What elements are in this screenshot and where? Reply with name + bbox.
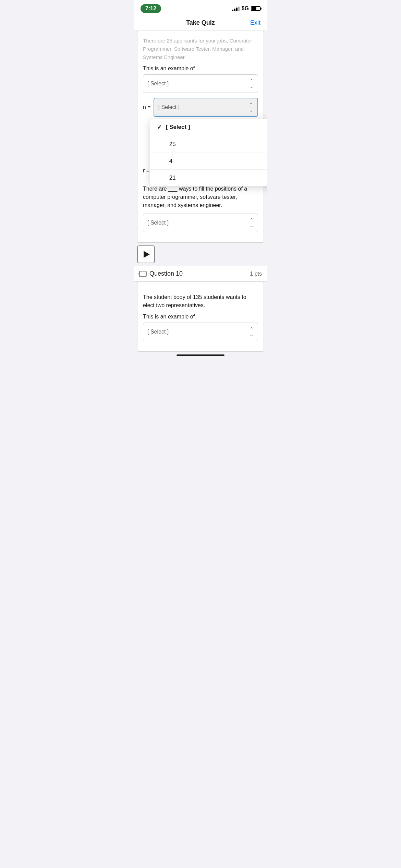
example-label: This is an example of <box>143 65 258 72</box>
exit-button[interactable]: Exit <box>250 19 260 26</box>
dropdown-item-select[interactable]: ✓ [ Select ] <box>150 119 267 136</box>
network-label: 5G <box>242 5 249 12</box>
q10-body: The student body of 135 students wants t… <box>143 293 258 310</box>
faded-text-line: There are 25 applicants for your jobs, C… <box>143 38 252 60</box>
status-time: 7:12 <box>141 4 161 13</box>
select4-wrapper: [ Select ] ⌃⌄ <box>143 214 258 232</box>
dropdown-item-4-label: 4 <box>169 158 172 165</box>
home-indicator <box>177 354 224 356</box>
select4-value: [ Select ] <box>147 220 169 226</box>
top-spacer <box>143 288 258 293</box>
battery-fill <box>252 7 256 10</box>
select2-box[interactable]: [ Select ] ⌃⌄ <box>154 98 258 117</box>
question-label-row: Question 10 <box>139 270 183 277</box>
play-icon <box>144 251 150 258</box>
question-9-faded-text: There are 25 applicants for your jobs, C… <box>143 37 258 61</box>
r-label: r = <box>143 168 149 174</box>
dropdown-item-21-label: 21 <box>169 174 176 181</box>
dropdown-item-25-label: 25 <box>169 141 176 148</box>
q10-select1-value: [ Select ] <box>147 329 169 335</box>
select4-box[interactable]: [ Select ] ⌃⌄ <box>143 214 258 232</box>
play-button[interactable] <box>137 245 155 263</box>
tag-icon <box>139 271 147 277</box>
select1-wrapper: [ Select ] ⌃⌄ <box>143 74 258 93</box>
select1-arrows: ⌃⌄ <box>250 78 254 89</box>
signal-dot-container <box>232 6 240 11</box>
question-9-card: There are 25 applicants for your jobs, C… <box>137 31 264 243</box>
nav-title: Take Quiz <box>186 19 215 26</box>
question-10-card: The student body of 135 students wants t… <box>137 282 264 352</box>
select4-arrows: ⌃⌄ <box>250 217 254 228</box>
question-10-header: Question 10 1 pts <box>134 266 267 282</box>
check-icon: ✓ <box>157 124 162 131</box>
body-text-4: There are ___ ways to fill the positions… <box>143 185 258 209</box>
n-label: n = <box>143 104 151 110</box>
select1-box[interactable]: [ Select ] ⌃⌄ <box>143 74 258 93</box>
battery-icon <box>251 6 260 11</box>
status-right: 5G <box>232 5 260 12</box>
q10-select1-box[interactable]: [ Select ] ⌃⌄ <box>143 323 258 341</box>
dropdown-item-21[interactable]: 21 <box>150 170 267 186</box>
q10-select1-wrapper: [ Select ] ⌃⌄ <box>143 323 258 341</box>
signal-bars <box>232 6 240 11</box>
dropdown-item-4[interactable]: 4 <box>150 153 267 170</box>
select1-value: [ Select ] <box>147 81 169 87</box>
dropdown-item-select-label: [ Select ] <box>166 124 190 131</box>
quiz-content: There are 25 applicants for your jobs, C… <box>134 31 267 361</box>
nav-bar: Take Quiz Exit <box>134 16 267 31</box>
q10-example-label: This is an example of <box>143 314 258 320</box>
n-row: n = [ Select ] ⌃⌄ ✓ [ Select ] 25 <box>143 98 258 117</box>
select2-arrows: ⌃⌄ <box>249 102 253 113</box>
select2-wrapper: [ Select ] ⌃⌄ ✓ [ Select ] 25 4 <box>154 98 258 117</box>
question-10-label: Question 10 <box>149 270 183 277</box>
dropdown-menu: ✓ [ Select ] 25 4 21 <box>150 119 267 186</box>
q10-select1-arrows: ⌃⌄ <box>250 326 254 337</box>
status-bar: 7:12 5G <box>134 0 267 16</box>
page-bottom <box>134 352 267 361</box>
dropdown-item-25[interactable]: 25 <box>150 136 267 153</box>
select2-value: [ Select ] <box>158 104 180 110</box>
question-10-pts: 1 pts <box>250 271 262 277</box>
there-are-ways-text: There are ___ ways to fill the positions… <box>143 186 247 208</box>
